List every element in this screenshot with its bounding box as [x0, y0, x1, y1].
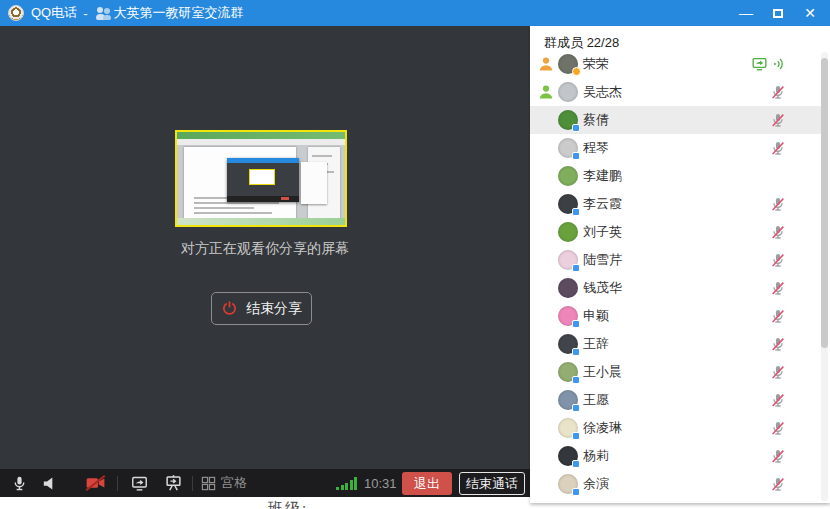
maximize-button[interactable]: [764, 2, 792, 24]
member-status-icons[interactable]: [770, 190, 786, 218]
member-role-slot: [538, 252, 558, 268]
member-status-icons[interactable]: [770, 106, 786, 134]
member-row[interactable]: 李建鹏: [530, 162, 822, 190]
member-row[interactable]: 钱茂华: [530, 274, 822, 302]
end-call-button[interactable]: 结束通话: [459, 472, 525, 495]
member-row[interactable]: 荣荣: [530, 50, 822, 78]
member-name: 吴志杰: [583, 83, 622, 101]
power-icon: [221, 300, 238, 317]
mobile-badge: [572, 124, 580, 132]
grid-view-label: 宫格: [221, 474, 247, 492]
member-name: 徐凌琳: [583, 419, 622, 437]
member-count: 22/28: [587, 35, 620, 50]
member-status-icons[interactable]: [770, 134, 786, 162]
member-role-slot: [538, 56, 558, 72]
member-avatar: [558, 54, 578, 74]
member-row[interactable]: 李云霞: [530, 190, 822, 218]
group-icon: [96, 6, 111, 21]
share-preview-taskbar: [177, 218, 345, 225]
share-caption: 对方正在观看你分享的屏幕: [0, 240, 530, 258]
minimize-button[interactable]: —: [732, 2, 760, 24]
share-preview-window: [227, 158, 299, 202]
speaker-button[interactable]: [38, 472, 60, 494]
member-status-icons[interactable]: [770, 78, 786, 106]
microphone-button[interactable]: [8, 472, 30, 494]
mic-muted-icon: [770, 196, 786, 212]
mic-muted-icon: [770, 448, 786, 464]
call-main-panel: 对方正在观看你分享的屏幕 结束分享: [0, 26, 530, 469]
member-row[interactable]: 吴志杰: [530, 78, 822, 106]
member-avatar: [558, 474, 578, 494]
person-owner-icon: [538, 56, 554, 72]
mic-muted-icon: [770, 280, 786, 296]
member-name: 刘子英: [583, 223, 622, 241]
signal-bars-icon: [336, 477, 357, 490]
member-status-icons[interactable]: [770, 274, 786, 302]
member-row[interactable]: 杨莉: [530, 442, 822, 470]
member-sidebar: 群成员 22/28 荣荣 吴志杰 蔡倩: [530, 26, 830, 503]
member-status-icons[interactable]: [751, 50, 786, 78]
webcam-icon: [8, 5, 24, 21]
share-preview-toolbar: [177, 139, 345, 145]
member-row[interactable]: 徐凌琳: [530, 414, 822, 442]
close-button[interactable]: ✕: [796, 2, 824, 24]
grid-view-button[interactable]: 宫格: [201, 472, 247, 494]
group-name: 大英第一教研室交流群: [114, 4, 244, 22]
member-row[interactable]: 申颖: [530, 302, 822, 330]
member-role-slot: [538, 196, 558, 212]
member-name: 钱茂华: [583, 279, 622, 297]
mic-muted-icon: [770, 84, 786, 100]
member-status-icons[interactable]: [770, 442, 786, 470]
mobile-badge: [572, 320, 580, 328]
exit-button[interactable]: 退出: [402, 472, 452, 495]
speaking-icon: [772, 56, 786, 72]
screen-share-icon: [751, 56, 768, 72]
member-row[interactable]: 程琴: [530, 134, 822, 162]
member-status-icons[interactable]: [770, 470, 786, 498]
member-list: 荣荣 吴志杰 蔡倩 程琴: [530, 50, 822, 498]
share-preview-topbar: [177, 132, 345, 139]
member-row[interactable]: 刘子英: [530, 218, 822, 246]
member-role-slot: [538, 280, 558, 296]
member-role-slot: [538, 420, 558, 436]
member-status-icons[interactable]: [770, 302, 786, 330]
member-row[interactable]: 王愿: [530, 386, 822, 414]
member-row[interactable]: 王小晨: [530, 358, 822, 386]
member-avatar: [558, 222, 578, 242]
member-row[interactable]: 余演: [530, 470, 822, 498]
mic-muted-icon: [770, 476, 786, 492]
camera-off-button[interactable]: [84, 472, 106, 494]
member-status-icons[interactable]: [770, 330, 786, 358]
member-row[interactable]: 蔡倩: [530, 106, 822, 134]
app-title: QQ电话: [31, 4, 77, 22]
member-name: 申颖: [583, 307, 609, 325]
mobile-badge: [572, 488, 580, 496]
member-role-slot: [538, 448, 558, 464]
member-name: 荣荣: [583, 55, 609, 73]
member-status-icons[interactable]: [770, 218, 786, 246]
sidebar-scrollbar[interactable]: [821, 52, 828, 501]
member-status-icons[interactable]: [770, 246, 786, 274]
mic-muted-icon: [770, 364, 786, 380]
member-role-slot: [538, 476, 558, 492]
mic-muted-icon: [770, 224, 786, 240]
member-status-icons[interactable]: [770, 414, 786, 442]
member-avatar: [558, 278, 578, 298]
member-name: 李建鹏: [583, 167, 622, 185]
member-status-icons[interactable]: [770, 358, 786, 386]
whiteboard-button[interactable]: [162, 472, 184, 494]
end-share-button[interactable]: 结束分享: [211, 292, 312, 325]
mic-muted-icon: [770, 392, 786, 408]
member-row[interactable]: 王辞: [530, 330, 822, 358]
maximize-icon: [773, 9, 783, 18]
call-toolbar: 宫格 10:31 退出 结束通话: [0, 469, 530, 497]
member-row[interactable]: 陆雪芹: [530, 246, 822, 274]
member-status-icons[interactable]: [770, 386, 786, 414]
member-avatar: [558, 110, 578, 130]
member-avatar: [558, 446, 578, 466]
screen-share-button[interactable]: [128, 472, 150, 494]
title-separator: -: [83, 6, 87, 21]
titlebar: QQ电话 - 大英第一教研室交流群 — ✕: [0, 0, 830, 26]
scrollbar-thumb[interactable]: [821, 58, 828, 348]
end-share-label: 结束分享: [246, 300, 302, 318]
